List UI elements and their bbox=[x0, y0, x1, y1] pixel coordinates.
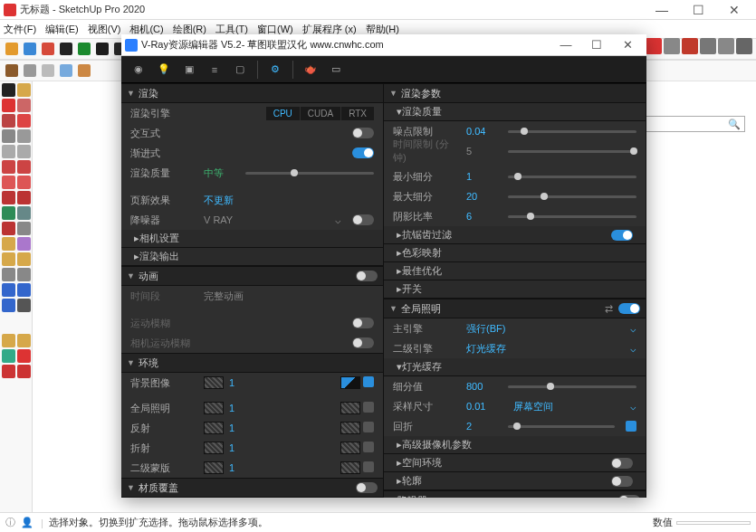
toggle-campath[interactable] bbox=[352, 337, 374, 348]
bg-map[interactable] bbox=[340, 376, 360, 389]
toggle-gi[interactable] bbox=[618, 303, 640, 314]
sub-opt[interactable]: ▸ 最佳优化 bbox=[384, 262, 646, 280]
tool-icon[interactable] bbox=[17, 83, 31, 97]
menu-file[interactable]: 文件(F) bbox=[4, 23, 36, 36]
sub-aa[interactable]: ▸ 抗锯齿过滤 bbox=[384, 226, 646, 244]
toggle-motion[interactable] bbox=[352, 318, 374, 328]
tool-icon[interactable] bbox=[76, 62, 92, 79]
vray-minimize[interactable]: — bbox=[550, 38, 581, 52]
vray-titlebar[interactable]: V-Ray资源编辑器 V5.2- 草图联盟汉化 www.cnwhc.com — … bbox=[121, 34, 646, 56]
section-params[interactable]: ▼渲染参数 bbox=[384, 83, 646, 103]
subdiv-slider[interactable] bbox=[508, 385, 636, 388]
tool-icon[interactable] bbox=[2, 114, 15, 128]
toggle-caustics[interactable] bbox=[611, 476, 633, 487]
tool-icon[interactable] bbox=[2, 283, 15, 297]
rtool-icon[interactable] bbox=[646, 38, 662, 54]
tool-icon[interactable] bbox=[17, 160, 31, 174]
ovr-check[interactable] bbox=[363, 461, 374, 472]
render-icon[interactable]: 🫖 bbox=[299, 58, 322, 81]
engine-tabs[interactable]: CPU CUDA RTX bbox=[266, 107, 374, 120]
tool-icon[interactable] bbox=[2, 191, 15, 204]
sub-quality[interactable]: ▾ 渲染质量 bbox=[384, 103, 646, 121]
tool-icon[interactable] bbox=[2, 160, 15, 174]
lights-icon[interactable]: 💡 bbox=[152, 58, 176, 81]
status-icon[interactable]: ⓘ bbox=[5, 516, 15, 529]
tool-icon[interactable] bbox=[17, 206, 31, 220]
refl-check[interactable] bbox=[363, 422, 374, 432]
vray-maximize[interactable]: ☐ bbox=[581, 38, 612, 52]
layers-icon[interactable]: ≡ bbox=[203, 58, 226, 81]
tool-icon[interactable] bbox=[4, 62, 20, 79]
rtool-icon[interactable] bbox=[664, 38, 680, 54]
retrace-slider[interactable] bbox=[508, 425, 615, 428]
gi-map[interactable] bbox=[340, 402, 360, 414]
refl-swatch[interactable] bbox=[204, 422, 224, 434]
section-matover[interactable]: ▼材质覆盖 bbox=[121, 478, 383, 498]
close-button[interactable]: ✕ bbox=[716, 0, 752, 20]
tool-icon[interactable] bbox=[17, 191, 31, 204]
bg-check[interactable] bbox=[363, 376, 374, 387]
toggle-anim[interactable] bbox=[356, 271, 378, 281]
tool-icon[interactable] bbox=[2, 222, 15, 235]
tool-icon[interactable] bbox=[76, 41, 92, 57]
tool-icon[interactable] bbox=[17, 222, 31, 235]
section-env[interactable]: ▼环境 bbox=[121, 353, 383, 373]
sub-lc[interactable]: ▾ 灯光缓存 bbox=[384, 358, 646, 376]
tool-icon[interactable] bbox=[17, 114, 31, 128]
tool-icon[interactable] bbox=[17, 176, 31, 189]
maxsub-slider[interactable] bbox=[508, 195, 636, 198]
toggle-dn[interactable] bbox=[618, 495, 640, 498]
section-denoise[interactable]: ▸降噪器 bbox=[384, 490, 646, 498]
ovr-map[interactable] bbox=[340, 461, 360, 474]
sub-advcam[interactable]: ▸ 高级摄像机参数 bbox=[384, 436, 646, 454]
materials-icon[interactable]: ◉ bbox=[127, 58, 150, 81]
toggle-progressive[interactable] bbox=[352, 147, 374, 158]
tool-icon[interactable] bbox=[17, 268, 31, 281]
tool-icon[interactable] bbox=[40, 62, 56, 79]
menu-edit[interactable]: 编辑(E) bbox=[45, 23, 79, 36]
quality-slider[interactable] bbox=[245, 172, 374, 175]
tool-icon[interactable] bbox=[2, 334, 15, 347]
minimize-button[interactable]: — bbox=[644, 0, 680, 20]
refr-map[interactable] bbox=[340, 442, 360, 454]
refr-check[interactable] bbox=[363, 442, 374, 452]
gi-swatch[interactable] bbox=[204, 402, 224, 414]
rtool-icon[interactable] bbox=[682, 38, 698, 54]
toggle-interactive[interactable] bbox=[352, 128, 374, 138]
section-anim[interactable]: ▼动画 bbox=[121, 266, 383, 286]
tool-icon[interactable] bbox=[17, 129, 31, 143]
tool-icon[interactable] bbox=[17, 283, 31, 297]
tool-icon[interactable] bbox=[2, 99, 15, 112]
ovr-swatch[interactable] bbox=[204, 461, 224, 474]
tool-icon[interactable] bbox=[17, 145, 31, 158]
tool-icon[interactable] bbox=[17, 299, 31, 312]
section-gi[interactable]: ▼全局照明⇄ bbox=[384, 299, 646, 318]
tool-icon[interactable] bbox=[2, 365, 15, 378]
framebuf-icon[interactable]: ▭ bbox=[324, 58, 348, 81]
sub-color[interactable]: ▸ 色彩映射 bbox=[384, 244, 646, 262]
bg-swatch[interactable] bbox=[204, 376, 224, 389]
gi-check[interactable] bbox=[363, 402, 374, 413]
tool-icon[interactable] bbox=[40, 41, 56, 57]
sub-output[interactable]: ▸ 渲染输出 bbox=[121, 248, 383, 266]
rtool-icon[interactable] bbox=[700, 38, 716, 54]
tool-icon[interactable] bbox=[2, 145, 15, 158]
shade-slider[interactable] bbox=[508, 215, 636, 218]
tool-icon[interactable] bbox=[17, 99, 31, 112]
toggle-matover[interactable] bbox=[356, 482, 378, 493]
toggle-denoise[interactable] bbox=[352, 214, 374, 225]
tool-icon[interactable] bbox=[22, 41, 38, 57]
toggle-spaceenv[interactable] bbox=[611, 458, 633, 469]
toggle-aa[interactable] bbox=[611, 230, 633, 241]
tool-icon[interactable] bbox=[17, 365, 31, 378]
measurement-input[interactable] bbox=[676, 521, 751, 525]
retrace-check[interactable] bbox=[626, 421, 636, 432]
tool-icon[interactable] bbox=[2, 268, 15, 281]
sub-camera[interactable]: ▸ 相机设置 bbox=[121, 230, 383, 248]
select-icon[interactable] bbox=[2, 83, 15, 97]
vray-close[interactable]: ✕ bbox=[612, 38, 643, 52]
minsub-slider[interactable] bbox=[508, 176, 636, 178]
section-render[interactable]: ▼渲染 bbox=[121, 83, 383, 103]
tool-icon[interactable] bbox=[58, 41, 74, 57]
sub-switch[interactable]: ▸ 开关 bbox=[384, 280, 646, 299]
